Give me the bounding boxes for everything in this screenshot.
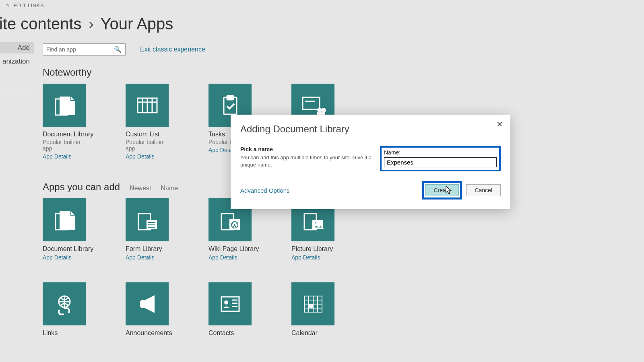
app-details-link[interactable]: App Details <box>126 153 169 160</box>
tile-announcements[interactable]: Announcements <box>126 282 169 337</box>
pick-name-desc: You can add this app multiple times to y… <box>240 154 372 168</box>
svg-rect-22 <box>221 297 239 311</box>
pick-name-label: Pick a name <box>240 146 372 152</box>
app-details-link[interactable]: App Details <box>208 254 252 261</box>
tile-document-library-2[interactable]: Document Library App Details <box>43 198 86 261</box>
contacts-icon[interactable] <box>208 282 252 325</box>
calendar-icon[interactable] <box>291 282 334 325</box>
app-details-link[interactable]: App Details <box>126 254 169 261</box>
tile-sub: Popular built-in app <box>126 139 169 152</box>
sidebar-item-organization[interactable]: anization <box>0 56 34 67</box>
breadcrumb-your-apps: Your Apps <box>100 15 173 33</box>
sort-newest[interactable]: Newest <box>130 185 151 192</box>
sidebar-divider <box>0 93 34 93</box>
tile-title: Calendar <box>291 329 335 337</box>
tile-title: Document Library <box>43 245 86 253</box>
tile-links[interactable]: Links <box>43 282 86 337</box>
app-details-link[interactable]: App Details <box>43 153 86 160</box>
tile-document-library[interactable]: Document Library Popular built-in app Ap… <box>43 84 86 160</box>
tile-sub: Popular built-in app <box>43 139 86 152</box>
tile-form-library[interactable]: Form Library App Details <box>126 198 169 261</box>
svg-rect-7 <box>303 97 320 109</box>
name-input[interactable] <box>384 157 497 167</box>
pencil-icon: ✎ <box>6 2 10 8</box>
tile-custom-list[interactable]: Custom List Popular built-in app App Det… <box>126 84 169 160</box>
announcements-icon[interactable] <box>126 282 169 325</box>
name-label: Name: <box>384 149 497 156</box>
app-details-link[interactable]: App Details <box>43 254 86 261</box>
tile-title: Announcements <box>126 329 169 337</box>
search-input[interactable] <box>46 46 112 53</box>
breadcrumb-site-contents[interactable]: ite contents <box>0 15 82 33</box>
sidebar-item-add[interactable]: Add <box>0 42 34 53</box>
tile-title: Wiki Page Library <box>208 245 252 253</box>
tile-title: Custom List <box>126 131 169 138</box>
tile-title: Document Library <box>43 131 86 138</box>
form-library-icon[interactable] <box>126 198 169 241</box>
search-box[interactable]: 🔍 <box>43 43 126 56</box>
tile-contacts[interactable]: Contacts <box>208 282 252 337</box>
custom-list-icon[interactable] <box>126 84 169 127</box>
tile-title: Contacts <box>208 329 252 337</box>
app-details-link[interactable]: App Details <box>291 254 335 261</box>
name-highlight: Name: <box>380 146 501 171</box>
tile-title: Links <box>43 329 86 337</box>
tile-title: Form Library <box>126 245 169 253</box>
svg-point-18 <box>314 222 317 224</box>
svg-point-23 <box>224 300 228 304</box>
tile-title: Picture Library <box>291 245 335 253</box>
cancel-button[interactable]: Cancel <box>466 184 501 196</box>
section-apps-add: Apps you can add <box>43 181 120 193</box>
breadcrumb-sep: › <box>89 15 94 33</box>
svg-rect-6 <box>227 96 233 100</box>
addable-grid-2: Links Announcements Contacts Calendar <box>43 282 644 337</box>
create-highlight: Create <box>422 181 462 200</box>
exit-classic-link[interactable]: Exit classic experience <box>140 46 205 53</box>
advanced-options-link[interactable]: Advanced Options <box>240 187 290 194</box>
edit-links-bar[interactable]: ✎ EDIT LINKS <box>0 0 644 8</box>
links-icon[interactable] <box>43 282 86 325</box>
create-button[interactable]: Create <box>425 184 459 196</box>
document-library-icon[interactable] <box>43 198 86 241</box>
page-title: ite contents › Your Apps <box>0 8 644 43</box>
document-library-icon[interactable] <box>43 84 86 127</box>
sort-name[interactable]: Name <box>161 185 178 192</box>
edit-links-label: EDIT LINKS <box>14 2 44 8</box>
dialog-title: Adding Document Library <box>240 123 501 135</box>
search-icon[interactable]: 🔍 <box>112 46 123 53</box>
svg-rect-34 <box>309 304 313 308</box>
section-noteworthy: Noteworthy <box>43 67 644 78</box>
tile-calendar[interactable]: Calendar <box>291 282 335 337</box>
close-icon[interactable]: ✕ <box>496 120 503 128</box>
add-document-library-dialog: ✕ Adding Document Library Pick a name Yo… <box>231 115 510 209</box>
